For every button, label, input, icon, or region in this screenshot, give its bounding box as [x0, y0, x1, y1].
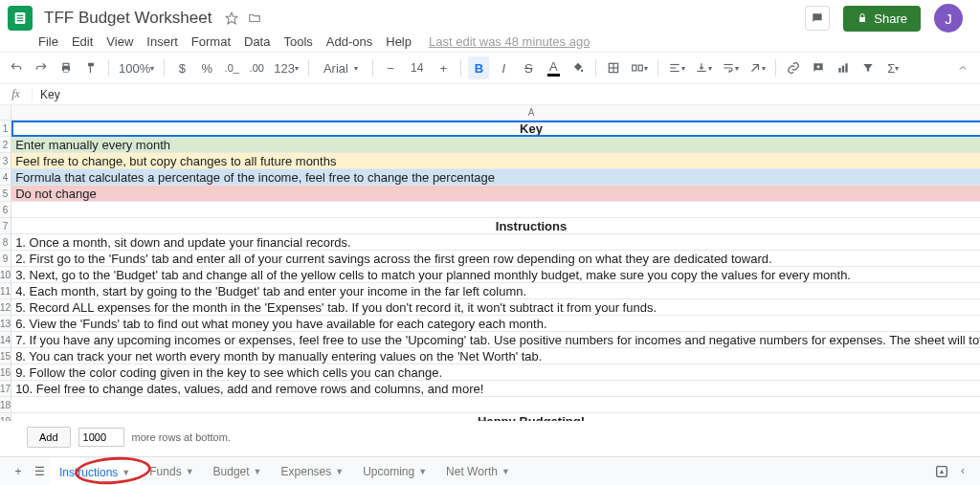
cell[interactable]: Feel free to change, but copy changes to…	[11, 153, 980, 169]
font-size-increase[interactable]: +	[433, 56, 454, 79]
strikethrough-button[interactable]: S	[518, 56, 539, 79]
star-icon[interactable]	[225, 11, 238, 25]
decrease-decimal-button[interactable]: .0_	[221, 56, 242, 79]
horizontal-align-button[interactable]: ▾	[665, 56, 688, 79]
cell[interactable]: 6. View the 'Funds' tab to find out what…	[11, 316, 980, 332]
text-rotation-button[interactable]: ▾	[746, 56, 768, 79]
italic-button[interactable]: I	[493, 56, 514, 79]
row-header[interactable]: 15	[0, 348, 11, 364]
sheet-tab-funds[interactable]: Funds▼	[140, 458, 203, 485]
zoom-select[interactable]: 100% ▾	[116, 56, 157, 79]
redo-button[interactable]	[31, 56, 52, 79]
row-header[interactable]: 2	[0, 137, 11, 153]
cell[interactable]: 1. Once a month, sit down and update you…	[11, 234, 980, 251]
insert-chart-button[interactable]	[833, 56, 854, 79]
menu-edit[interactable]: Edit	[72, 34, 93, 49]
share-button[interactable]: Share	[843, 6, 921, 32]
cell[interactable]: 10. Feel free to change dates, values, a…	[11, 381, 980, 397]
row-header[interactable]: 3	[0, 153, 11, 169]
menu-view[interactable]: View	[106, 34, 133, 49]
row-header[interactable]: 6	[0, 202, 11, 218]
row-header[interactable]: 5	[0, 186, 11, 202]
row-header[interactable]: 12	[0, 299, 11, 316]
column-header-a[interactable]: A	[11, 105, 980, 121]
cell[interactable]	[11, 397, 980, 413]
increase-decimal-button[interactable]: .00	[246, 56, 267, 79]
row-header[interactable]: 1	[0, 121, 11, 137]
row-header[interactable]: 13	[0, 316, 11, 332]
row-header[interactable]: 4	[0, 169, 11, 186]
cell[interactable]: 4. Each month, start by going to the 'Bu…	[11, 283, 980, 299]
bold-button[interactable]: B	[468, 56, 489, 79]
row-header[interactable]: 11	[0, 283, 11, 299]
menu-file[interactable]: File	[38, 34, 58, 49]
insert-link-button[interactable]	[783, 56, 804, 79]
row-header[interactable]: 7	[0, 218, 11, 234]
menu-data[interactable]: Data	[244, 34, 270, 49]
currency-button[interactable]: $	[171, 56, 192, 79]
percent-button[interactable]: %	[196, 56, 217, 79]
toolbar-overflow-button[interactable]	[953, 56, 974, 79]
print-button[interactable]	[56, 56, 77, 79]
row-header[interactable]: 9	[0, 251, 11, 267]
menu-tools[interactable]: Tools	[283, 34, 312, 49]
paint-format-button[interactable]	[80, 56, 101, 79]
row-header[interactable]: 10	[0, 267, 11, 283]
font-size-decrease[interactable]: −	[380, 56, 401, 79]
sheet-tab-budget[interactable]: Budget▼	[204, 458, 272, 485]
sheet-tab-net-worth[interactable]: Net Worth▼	[436, 458, 520, 485]
explore-button[interactable]	[934, 464, 949, 479]
tabs-scroll-left-button[interactable]: ‹	[961, 464, 965, 479]
cell[interactable]: Happy Budgeting!	[11, 413, 980, 421]
sheets-logo[interactable]	[8, 6, 33, 31]
cell[interactable]: Enter manually every month	[11, 137, 980, 153]
row-header[interactable]: 19	[0, 413, 11, 421]
number-format-select[interactable]: 123▾	[271, 56, 301, 79]
menu-add-ons[interactable]: Add-ons	[326, 34, 372, 49]
document-title[interactable]: TFF Budget Worksheet	[40, 7, 215, 30]
account-avatar[interactable]: J	[934, 4, 963, 33]
row-header[interactable]: 16	[0, 364, 11, 381]
row-header[interactable]: 18	[0, 397, 11, 413]
row-header[interactable]: 14	[0, 332, 11, 348]
sheet-tab-instructions[interactable]: Instructions▼	[50, 458, 140, 485]
text-color-button[interactable]: A	[543, 56, 564, 79]
row-header[interactable]: 8	[0, 234, 11, 251]
add-rows-button[interactable]: Add	[27, 427, 71, 448]
undo-button[interactable]	[6, 56, 27, 79]
cell[interactable]: 9. Follow the color coding given in the …	[11, 364, 980, 381]
sheet-tab-expenses[interactable]: Expenses▼	[272, 458, 354, 485]
comments-button[interactable]	[805, 6, 830, 31]
insert-comment-button[interactable]	[808, 56, 829, 79]
cell[interactable]: 5. Record ALL expenses for the month in …	[11, 299, 980, 316]
row-header[interactable]: 17	[0, 381, 11, 397]
cell[interactable]: 3. Next, go to the 'Budget' tab and chan…	[11, 267, 980, 283]
cell[interactable]: Instructions	[11, 218, 980, 234]
cell[interactable]: Do not change	[11, 186, 980, 202]
borders-button[interactable]	[603, 56, 624, 79]
font-family-select[interactable]: Arial ▾	[316, 56, 366, 79]
cell[interactable]: Key	[11, 121, 980, 137]
cell[interactable]: 2. First go to the 'Funds' tab and enter…	[11, 251, 980, 267]
functions-button[interactable]: Σ▾	[882, 56, 903, 79]
last-edit-link[interactable]: Last edit was 48 minutes ago	[429, 34, 590, 49]
cell[interactable]: 8. You can track your net worth every mo…	[11, 348, 980, 364]
move-folder-icon[interactable]	[248, 11, 261, 25]
font-size-input[interactable]: 14	[405, 56, 429, 79]
menu-insert[interactable]: Insert	[146, 34, 178, 49]
menu-help[interactable]: Help	[386, 34, 412, 49]
formula-bar-input[interactable]: Key	[33, 88, 60, 101]
fill-color-button[interactable]	[568, 56, 589, 79]
cell[interactable]: 7. If you have any upcoming incomes or e…	[11, 332, 980, 348]
menu-format[interactable]: Format	[191, 34, 231, 49]
all-sheets-button[interactable]: ☰	[29, 465, 50, 478]
filter-button[interactable]	[858, 56, 879, 79]
sheet-tab-upcoming[interactable]: Upcoming▼	[353, 458, 436, 485]
merge-cells-button[interactable]: ▾	[628, 56, 651, 79]
text-wrap-button[interactable]: ▾	[719, 56, 742, 79]
add-rows-count-input[interactable]	[78, 428, 124, 447]
cell[interactable]: Formula that calculates a percentage of …	[11, 169, 980, 186]
add-sheet-button[interactable]: +	[8, 465, 29, 478]
vertical-align-button[interactable]: ▾	[692, 56, 715, 79]
cell[interactable]	[11, 202, 980, 218]
